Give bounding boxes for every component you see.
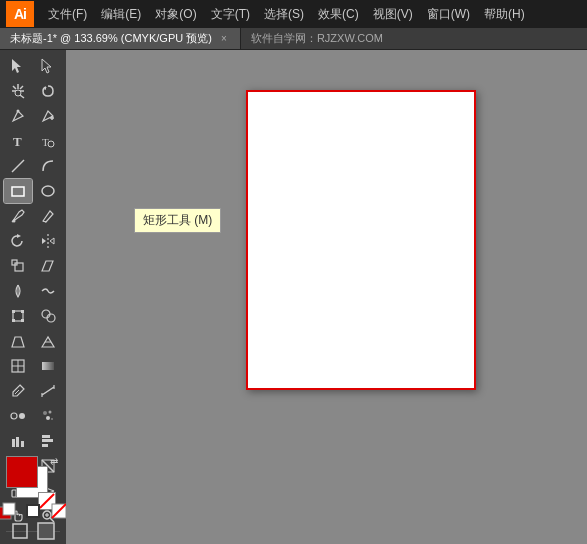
- svg-marker-23: [42, 238, 46, 244]
- svg-point-50: [49, 411, 52, 414]
- svg-line-43: [15, 390, 19, 394]
- svg-rect-56: [42, 435, 50, 438]
- scale-tool[interactable]: [4, 254, 32, 278]
- tool-row-2: [0, 79, 66, 103]
- svg-rect-32: [12, 319, 15, 322]
- measure-tool[interactable]: [34, 379, 62, 403]
- shape-builder-tool[interactable]: [34, 304, 62, 328]
- tab-close-button[interactable]: ×: [218, 33, 230, 45]
- menu-file[interactable]: 文件(F): [42, 4, 93, 25]
- ellipse-tool[interactable]: [34, 179, 62, 203]
- lasso-tool[interactable]: [34, 79, 62, 103]
- tool-row-7: [0, 204, 66, 228]
- eyedropper-tool[interactable]: [4, 379, 32, 403]
- menu-help[interactable]: 帮助(H): [478, 4, 531, 25]
- tool-row-11: [0, 304, 66, 328]
- svg-rect-77: [3, 503, 15, 515]
- rotate-tool[interactable]: [4, 229, 32, 253]
- paintbrush-tool[interactable]: [4, 204, 32, 228]
- menu-object[interactable]: 对象(O): [149, 4, 202, 25]
- tool-row-1: [0, 54, 66, 78]
- direct-select-tool[interactable]: [34, 54, 62, 78]
- svg-point-48: [19, 413, 25, 419]
- svg-point-15: [48, 141, 54, 147]
- column-graph-tool[interactable]: [4, 429, 32, 453]
- svg-line-44: [42, 387, 54, 395]
- ai-logo: Ai: [6, 1, 34, 27]
- symbol-sprayer-tool[interactable]: [34, 404, 62, 428]
- main-area: T T: [0, 50, 587, 544]
- svg-rect-42: [42, 362, 54, 370]
- color-area: ⇄: [6, 456, 58, 508]
- svg-point-47: [11, 413, 17, 419]
- foreground-color-swatch[interactable]: [6, 456, 38, 488]
- menu-view[interactable]: 视图(V): [367, 4, 419, 25]
- width-tool[interactable]: [4, 279, 32, 303]
- swap-colors-icon[interactable]: ⇄: [50, 456, 58, 467]
- svg-point-51: [46, 416, 50, 420]
- svg-marker-21: [17, 234, 21, 238]
- rectangle-tool[interactable]: [4, 179, 32, 203]
- mesh-tool[interactable]: [4, 354, 32, 378]
- active-tab[interactable]: 未标题-1* @ 133.69% (CMYK/GPU 预览) ×: [0, 28, 241, 49]
- svg-rect-57: [42, 439, 53, 442]
- canvas-area[interactable]: 矩形工具 (M): [66, 50, 587, 544]
- select-tool[interactable]: [4, 54, 32, 78]
- tool-row-10: [0, 279, 66, 303]
- tool-row-5: [0, 154, 66, 178]
- svg-rect-17: [12, 187, 24, 196]
- bar-graph-tool[interactable]: [34, 429, 62, 453]
- add-anchor-tool[interactable]: [34, 104, 62, 128]
- type-tool[interactable]: T: [4, 129, 32, 153]
- touch-type-tool[interactable]: T: [34, 129, 62, 153]
- stroke-box-icon[interactable]: [22, 502, 44, 520]
- toolbar: T T: [0, 50, 66, 544]
- pen-tool[interactable]: [4, 104, 32, 128]
- svg-rect-81: [13, 524, 27, 538]
- svg-rect-58: [42, 444, 48, 447]
- tool-row-4: T T: [0, 129, 66, 153]
- gradient-tool[interactable]: [34, 354, 62, 378]
- menu-bar: 文件(F) 编辑(E) 对象(O) 文字(T) 选择(S) 效果(C) 视图(V…: [42, 4, 581, 25]
- menu-effect[interactable]: 效果(C): [312, 4, 365, 25]
- perspective-grid-tool[interactable]: [34, 329, 62, 353]
- svg-point-49: [43, 411, 47, 415]
- tool-row-14: [0, 379, 66, 403]
- svg-marker-27: [42, 261, 53, 271]
- normal-screen-icon[interactable]: [9, 522, 31, 540]
- arc-tool[interactable]: [34, 154, 62, 178]
- menu-window[interactable]: 窗口(W): [421, 4, 476, 25]
- svg-point-52: [51, 418, 53, 420]
- tool-row-13: [0, 354, 66, 378]
- svg-rect-31: [21, 310, 24, 313]
- svg-point-10: [17, 110, 20, 113]
- svg-rect-30: [12, 310, 15, 313]
- svg-rect-54: [16, 437, 19, 447]
- magic-wand-tool[interactable]: [4, 79, 32, 103]
- menu-edit[interactable]: 编辑(E): [95, 4, 147, 25]
- tab-label: 未标题-1* @ 133.69% (CMYK/GPU 预览): [10, 31, 212, 46]
- full-screen-icon[interactable]: [35, 522, 57, 540]
- screen-mode-row: [9, 522, 57, 540]
- svg-point-19: [13, 220, 16, 223]
- pencil-tool[interactable]: [34, 204, 62, 228]
- tab-extra-text: 软件自学网：RJZXW.COM: [241, 28, 393, 49]
- blend-tool[interactable]: [4, 404, 32, 428]
- title-bar: Ai 文件(F) 编辑(E) 对象(O) 文字(T) 选择(S) 效果(C) 视…: [0, 0, 587, 28]
- warp-tool[interactable]: [34, 279, 62, 303]
- fill-stroke-row: [0, 502, 70, 520]
- shear-tool[interactable]: [34, 254, 62, 278]
- fill-box-icon[interactable]: [0, 502, 18, 520]
- svg-rect-55: [21, 441, 24, 447]
- free-transform-tool[interactable]: [4, 304, 32, 328]
- menu-type[interactable]: 文字(T): [205, 4, 256, 25]
- svg-line-16: [12, 160, 24, 172]
- svg-text:T: T: [13, 134, 22, 149]
- tool-row-6: [0, 179, 66, 203]
- svg-line-20: [43, 221, 46, 222]
- perspective-tool[interactable]: [4, 329, 32, 353]
- line-tool[interactable]: [4, 154, 32, 178]
- reflect-tool[interactable]: [34, 229, 62, 253]
- menu-select[interactable]: 选择(S): [258, 4, 310, 25]
- tool-row-16: [0, 429, 66, 453]
